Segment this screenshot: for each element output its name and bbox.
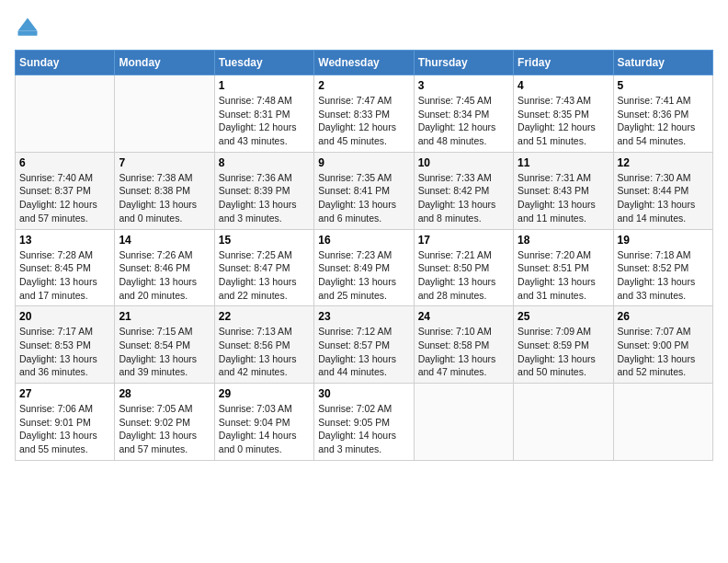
day-detail: Sunrise: 7:33 AMSunset: 8:42 PMDaylight:… bbox=[418, 171, 509, 225]
day-number: 11 bbox=[518, 156, 609, 169]
day-number: 7 bbox=[119, 156, 210, 169]
day-number: 16 bbox=[318, 234, 409, 247]
calendar-cell: 22 Sunrise: 7:13 AMSunset: 8:56 PMDaylig… bbox=[214, 306, 313, 384]
calendar-cell bbox=[514, 384, 613, 461]
weekday-header-monday: Monday bbox=[115, 51, 214, 75]
day-number: 1 bbox=[219, 79, 310, 92]
calendar-cell: 17 Sunrise: 7:21 AMSunset: 8:50 PMDaylig… bbox=[414, 229, 513, 306]
calendar-week-row: 20 Sunrise: 7:17 AMSunset: 8:53 PMDaylig… bbox=[16, 306, 713, 384]
calendar-cell bbox=[115, 75, 214, 153]
day-detail: Sunrise: 7:40 AMSunset: 8:37 PMDaylight:… bbox=[19, 171, 110, 225]
day-detail: Sunrise: 7:10 AMSunset: 8:58 PMDaylight:… bbox=[418, 325, 509, 379]
day-detail: Sunrise: 7:47 AMSunset: 8:33 PMDaylight:… bbox=[318, 94, 409, 148]
day-detail: Sunrise: 7:25 AMSunset: 8:47 PMDaylight:… bbox=[219, 248, 310, 303]
logo bbox=[15, 15, 44, 40]
weekday-header-saturday: Saturday bbox=[613, 51, 712, 75]
day-number: 2 bbox=[318, 79, 409, 92]
calendar-week-row: 13 Sunrise: 7:28 AMSunset: 8:45 PMDaylig… bbox=[16, 229, 713, 306]
calendar-table: SundayMondayTuesdayWednesdayThursdayFrid… bbox=[15, 50, 713, 461]
calendar-cell: 8 Sunrise: 7:36 AMSunset: 8:39 PMDayligh… bbox=[214, 152, 313, 229]
day-detail: Sunrise: 7:13 AMSunset: 8:56 PMDaylight:… bbox=[219, 325, 310, 379]
calendar-cell: 3 Sunrise: 7:45 AMSunset: 8:34 PMDayligh… bbox=[414, 75, 513, 153]
day-number: 12 bbox=[618, 156, 709, 169]
day-detail: Sunrise: 7:48 AMSunset: 8:31 PMDaylight:… bbox=[219, 94, 310, 148]
day-number: 22 bbox=[219, 310, 310, 323]
calendar-cell: 13 Sunrise: 7:28 AMSunset: 8:45 PMDaylig… bbox=[16, 229, 115, 306]
weekday-header-thursday: Thursday bbox=[414, 51, 513, 75]
weekday-header-friday: Friday bbox=[514, 51, 613, 75]
day-number: 9 bbox=[318, 156, 409, 169]
day-number: 18 bbox=[518, 234, 609, 247]
page-header bbox=[15, 15, 713, 40]
day-number: 15 bbox=[219, 234, 310, 247]
calendar-cell: 4 Sunrise: 7:43 AMSunset: 8:35 PMDayligh… bbox=[514, 75, 613, 153]
day-detail: Sunrise: 7:30 AMSunset: 8:44 PMDaylight:… bbox=[618, 171, 709, 225]
calendar-cell: 29 Sunrise: 7:03 AMSunset: 9:04 PMDaylig… bbox=[214, 384, 313, 461]
day-number: 14 bbox=[119, 234, 210, 247]
weekday-header-sunday: Sunday bbox=[16, 51, 115, 75]
day-detail: Sunrise: 7:06 AMSunset: 9:01 PMDaylight:… bbox=[19, 402, 110, 456]
day-number: 23 bbox=[318, 310, 409, 323]
day-detail: Sunrise: 7:23 AMSunset: 8:49 PMDaylight:… bbox=[318, 248, 409, 303]
calendar-cell: 10 Sunrise: 7:33 AMSunset: 8:42 PMDaylig… bbox=[414, 152, 513, 229]
day-number: 26 bbox=[618, 310, 709, 323]
day-detail: Sunrise: 7:18 AMSunset: 8:52 PMDaylight:… bbox=[618, 248, 709, 303]
day-detail: Sunrise: 7:45 AMSunset: 8:34 PMDaylight:… bbox=[418, 94, 509, 148]
logo-icon bbox=[15, 15, 40, 40]
calendar-cell: 16 Sunrise: 7:23 AMSunset: 8:49 PMDaylig… bbox=[314, 229, 414, 306]
svg-rect-1 bbox=[18, 31, 38, 36]
day-number: 8 bbox=[219, 156, 310, 169]
day-number: 29 bbox=[219, 387, 310, 400]
calendar-cell: 14 Sunrise: 7:26 AMSunset: 8:46 PMDaylig… bbox=[115, 229, 214, 306]
calendar-header-row: SundayMondayTuesdayWednesdayThursdayFrid… bbox=[16, 51, 713, 75]
calendar-cell: 1 Sunrise: 7:48 AMSunset: 8:31 PMDayligh… bbox=[214, 75, 313, 153]
day-detail: Sunrise: 7:41 AMSunset: 8:36 PMDaylight:… bbox=[618, 94, 709, 148]
svg-marker-0 bbox=[18, 18, 38, 31]
day-number: 10 bbox=[418, 156, 509, 169]
day-number: 27 bbox=[19, 387, 110, 400]
day-detail: Sunrise: 7:05 AMSunset: 9:02 PMDaylight:… bbox=[119, 402, 210, 456]
day-detail: Sunrise: 7:12 AMSunset: 8:57 PMDaylight:… bbox=[318, 325, 409, 379]
weekday-header-tuesday: Tuesday bbox=[214, 51, 313, 75]
calendar-cell bbox=[613, 384, 712, 461]
day-detail: Sunrise: 7:36 AMSunset: 8:39 PMDaylight:… bbox=[219, 171, 310, 225]
calendar-cell: 20 Sunrise: 7:17 AMSunset: 8:53 PMDaylig… bbox=[16, 306, 115, 384]
calendar-cell: 23 Sunrise: 7:12 AMSunset: 8:57 PMDaylig… bbox=[314, 306, 414, 384]
calendar-cell: 25 Sunrise: 7:09 AMSunset: 8:59 PMDaylig… bbox=[514, 306, 613, 384]
day-detail: Sunrise: 7:07 AMSunset: 9:00 PMDaylight:… bbox=[618, 325, 709, 379]
day-number: 25 bbox=[518, 310, 609, 323]
day-detail: Sunrise: 7:09 AMSunset: 8:59 PMDaylight:… bbox=[518, 325, 609, 379]
calendar-cell: 12 Sunrise: 7:30 AMSunset: 8:44 PMDaylig… bbox=[613, 152, 712, 229]
day-number: 3 bbox=[418, 79, 509, 92]
day-number: 17 bbox=[418, 234, 509, 247]
day-detail: Sunrise: 7:03 AMSunset: 9:04 PMDaylight:… bbox=[219, 402, 310, 456]
calendar-cell bbox=[16, 75, 115, 153]
day-number: 24 bbox=[418, 310, 509, 323]
day-number: 21 bbox=[119, 310, 210, 323]
calendar-cell: 26 Sunrise: 7:07 AMSunset: 9:00 PMDaylig… bbox=[613, 306, 712, 384]
day-number: 5 bbox=[618, 79, 709, 92]
calendar-cell: 7 Sunrise: 7:38 AMSunset: 8:38 PMDayligh… bbox=[115, 152, 214, 229]
calendar-cell: 9 Sunrise: 7:35 AMSunset: 8:41 PMDayligh… bbox=[314, 152, 414, 229]
day-detail: Sunrise: 7:38 AMSunset: 8:38 PMDaylight:… bbox=[119, 171, 210, 225]
calendar-cell: 5 Sunrise: 7:41 AMSunset: 8:36 PMDayligh… bbox=[613, 75, 712, 153]
calendar-cell: 18 Sunrise: 7:20 AMSunset: 8:51 PMDaylig… bbox=[514, 229, 613, 306]
day-detail: Sunrise: 7:21 AMSunset: 8:50 PMDaylight:… bbox=[418, 248, 509, 303]
calendar-cell: 15 Sunrise: 7:25 AMSunset: 8:47 PMDaylig… bbox=[214, 229, 313, 306]
day-detail: Sunrise: 7:26 AMSunset: 8:46 PMDaylight:… bbox=[119, 248, 210, 303]
calendar-cell: 27 Sunrise: 7:06 AMSunset: 9:01 PMDaylig… bbox=[16, 384, 115, 461]
calendar-cell: 28 Sunrise: 7:05 AMSunset: 9:02 PMDaylig… bbox=[115, 384, 214, 461]
day-number: 6 bbox=[19, 156, 110, 169]
calendar-week-row: 1 Sunrise: 7:48 AMSunset: 8:31 PMDayligh… bbox=[16, 75, 713, 153]
day-detail: Sunrise: 7:43 AMSunset: 8:35 PMDaylight:… bbox=[518, 94, 609, 148]
calendar-cell: 24 Sunrise: 7:10 AMSunset: 8:58 PMDaylig… bbox=[414, 306, 513, 384]
day-detail: Sunrise: 7:20 AMSunset: 8:51 PMDaylight:… bbox=[518, 248, 609, 303]
day-detail: Sunrise: 7:31 AMSunset: 8:43 PMDaylight:… bbox=[518, 171, 609, 225]
calendar-cell: 2 Sunrise: 7:47 AMSunset: 8:33 PMDayligh… bbox=[314, 75, 414, 153]
day-number: 20 bbox=[19, 310, 110, 323]
day-number: 19 bbox=[618, 234, 709, 247]
calendar-cell: 6 Sunrise: 7:40 AMSunset: 8:37 PMDayligh… bbox=[16, 152, 115, 229]
calendar-week-row: 6 Sunrise: 7:40 AMSunset: 8:37 PMDayligh… bbox=[16, 152, 713, 229]
calendar-cell: 11 Sunrise: 7:31 AMSunset: 8:43 PMDaylig… bbox=[514, 152, 613, 229]
calendar-cell: 21 Sunrise: 7:15 AMSunset: 8:54 PMDaylig… bbox=[115, 306, 214, 384]
